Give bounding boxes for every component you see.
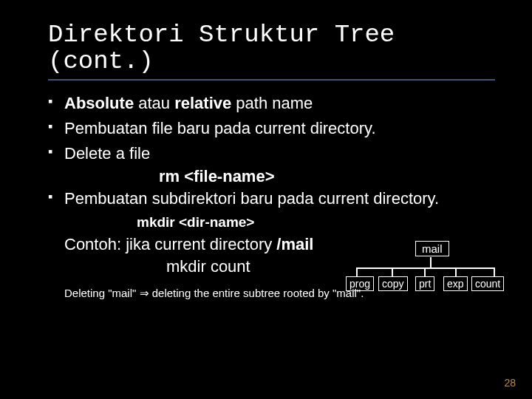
bullet-1-post: path name (231, 94, 313, 112)
tree-connector-icon (392, 267, 393, 276)
tree-connector-icon (430, 257, 432, 267)
bullet-list-2: Pembuatan subdirektori baru pada current… (48, 188, 495, 210)
tree-child: copy (378, 276, 408, 291)
bullet-1-bold1: Absolute (64, 94, 134, 112)
rm-command: rm <file-name> (159, 167, 495, 186)
tree-child: prog (346, 276, 374, 291)
bullet-list: Absolute atau relative path name Pembuat… (48, 92, 495, 164)
example-pre: Contoh: jika current directory (64, 235, 276, 253)
tree-connector-icon (424, 267, 426, 276)
bullet-1: Absolute atau relative path name (48, 92, 495, 115)
example-path: /mail (276, 235, 313, 253)
page-number: 28 (504, 377, 516, 389)
bullet-4: Pembuatan subdirektori baru pada current… (48, 188, 495, 210)
directory-tree-diagram: mail prog copy prt exp count (346, 241, 501, 307)
tree-child: exp (443, 276, 468, 291)
bullet-3: Delete a file (48, 143, 495, 165)
footnote-pre: Deleting "mail" (64, 287, 140, 299)
tree-child: prt (415, 276, 434, 291)
tree-root: mail (415, 241, 449, 256)
implies-icon: ⇒ (140, 287, 149, 299)
tree-connector-icon (356, 267, 495, 269)
mkdir-command: mkdir <dir-name> (137, 214, 495, 231)
tree-connector-icon (494, 267, 495, 276)
bullet-1-bold2: relative (174, 94, 231, 112)
tree-connector-icon (455, 267, 457, 276)
slide-title: Direktori Struktur Tree (cont.) (48, 22, 495, 81)
footnote-post: deleting the entire subtree rooted by "m… (149, 287, 364, 299)
tree-connector-icon (356, 267, 358, 276)
bullet-2: Pembuatan file baru pada current directo… (48, 117, 495, 140)
bullet-1-mid: atau (134, 94, 174, 112)
tree-child: count (471, 276, 504, 291)
